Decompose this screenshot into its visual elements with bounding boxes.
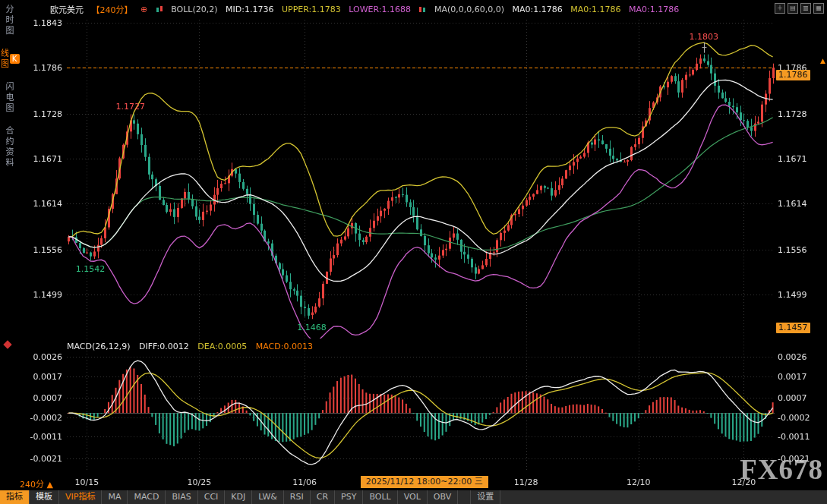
macd-header: MACD(26,12,9) DIFF:0.0012 DEA:0.0005 MAC… [67, 342, 319, 351]
boll-label: BOLL(20,2) [171, 5, 217, 14]
price-chart-canvas[interactable] [0, 0, 827, 504]
toolbar-item-15[interactable]: OBV [428, 490, 458, 504]
ma-label: MA(0,0,0,60,0,0) [434, 5, 504, 14]
toolbar-item-12[interactable]: PSY [335, 490, 363, 504]
k-badge-icon: K [10, 54, 20, 64]
indicator-toolbar: 指标模板VIP指标MAMACDBIASCCIKDJLW&RSICRPSYBOLL… [0, 490, 827, 504]
period-tag[interactable]: 【240分】 [92, 5, 133, 15]
macd-diff-value: DIFF:0.0012 [139, 342, 189, 351]
candlestick-icon [418, 5, 426, 14]
trading-terminal: 欧元美元 【240分】 ⊕ BOLL(20,2) MID:1.1736 UPPE… [0, 0, 827, 504]
boll-upper-value: UPPER:1.1783 [282, 5, 341, 14]
rail-tab-kline[interactable]: K线图 [0, 49, 20, 70]
chart-type-rail: 分时图K线图闪电图合约资料 [0, 5, 17, 169]
chart-header: 欧元美元 【240分】 ⊕ BOLL(20,2) MID:1.1736 UPPE… [50, 3, 684, 15]
watermark: FX678 [740, 453, 823, 486]
macd-title: MACD(26,12,9) [67, 342, 131, 351]
rail-tab-label: 合约资料 [2, 126, 14, 169]
toolbar-item-4[interactable]: MA [102, 490, 128, 504]
toolbar-item-6[interactable]: BIAS [166, 490, 197, 504]
up-arrow-icon: ▲ [47, 480, 53, 490]
window-control-icon-1[interactable]: ＋ [775, 3, 785, 14]
ma-value-1: MA0:1.1786 [513, 5, 563, 14]
candlestick-icon [156, 5, 163, 14]
toolbar-item-10[interactable]: RSI [284, 490, 311, 504]
symbol-name: 欧元美元 [50, 5, 84, 15]
toolbar-item-5[interactable]: MACD [128, 490, 166, 504]
toolbar-item-1[interactable]: 指标 [0, 490, 30, 504]
toolbar-item-3[interactable]: VIP指标 [59, 490, 102, 504]
period-indicator[interactable]: 240分 ▲ [20, 477, 53, 490]
toolbar-item-9[interactable]: LW& [252, 490, 284, 504]
toolbar-item-8[interactable]: KDJ [225, 490, 252, 504]
rail-tab-contract-info[interactable]: 合约资料 [2, 126, 14, 169]
toolbar-item-16[interactable]: 设置 [470, 490, 500, 504]
toolbar-item-11[interactable]: CR [311, 490, 335, 504]
boll-lower-value: LOWER:1.1688 [349, 5, 411, 14]
window-control-icon-2[interactable]: ▤ [788, 3, 798, 14]
rail-tab-label: 线图 [0, 49, 10, 70]
ma-value-2: MA0:1.1786 [570, 5, 620, 14]
period-indicator-label: 240分 [20, 480, 44, 490]
circle-plus-icon[interactable]: ⊕ [140, 5, 147, 14]
window-controls: ＋▤▥▦ [775, 3, 824, 14]
toolbar-item-7[interactable]: CCI [198, 490, 226, 504]
macd-dea-value: DEA:0.0005 [197, 342, 247, 351]
toolbar-item-14[interactable]: VOL [398, 490, 428, 504]
macd-macd-value: MACD:0.0013 [256, 342, 313, 351]
rail-tab-timeshare[interactable]: 分时图 [2, 5, 14, 36]
rail-tab-label: 分时图 [2, 5, 14, 36]
rail-tab-lightning[interactable]: 闪电图 [2, 82, 14, 114]
window-control-icon-4[interactable]: ▦ [813, 3, 824, 14]
ma-value-3: MA0:1.1786 [629, 5, 679, 14]
rail-tab-label: 闪电图 [2, 82, 14, 114]
window-control-icon-3[interactable]: ▥ [800, 3, 811, 14]
toolbar-item-13[interactable]: BOLL [363, 490, 397, 504]
toolbar-item-2[interactable]: 模板 [30, 490, 59, 504]
boll-mid-value: MID:1.1736 [226, 5, 273, 14]
